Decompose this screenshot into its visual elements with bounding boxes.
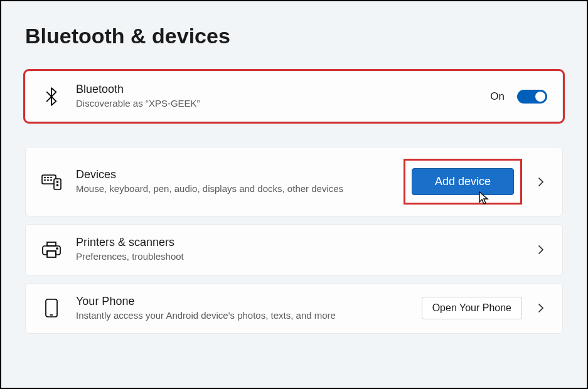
bluetooth-icon bbox=[41, 87, 62, 106]
cursor-icon bbox=[479, 191, 490, 208]
bluetooth-status-text: On bbox=[490, 90, 505, 103]
bluetooth-title: Bluetooth bbox=[76, 83, 476, 96]
devices-icon bbox=[41, 174, 62, 190]
open-your-phone-button[interactable]: Open Your Phone bbox=[422, 297, 522, 319]
your-phone-subtitle: Instantly access your Android device's p… bbox=[76, 309, 377, 322]
phone-icon bbox=[41, 298, 62, 318]
printers-card[interactable]: Printers & scanners Preferences, trouble… bbox=[25, 224, 563, 275]
add-device-button[interactable]: Add device bbox=[412, 168, 514, 195]
printers-subtitle: Preferences, troubleshoot bbox=[76, 250, 377, 263]
devices-title: Devices bbox=[76, 168, 390, 181]
svg-point-8 bbox=[57, 181, 58, 183]
devices-card[interactable]: Devices Mouse, keyboard, pen, audio, dis… bbox=[25, 147, 563, 216]
svg-rect-10 bbox=[47, 242, 56, 246]
svg-point-9 bbox=[57, 184, 58, 186]
printers-title: Printers & scanners bbox=[76, 236, 521, 249]
printer-icon bbox=[41, 241, 62, 258]
chevron-right-icon[interactable] bbox=[535, 176, 547, 188]
svg-rect-13 bbox=[46, 299, 57, 317]
chevron-right-icon[interactable] bbox=[535, 302, 547, 314]
svg-rect-11 bbox=[47, 251, 56, 257]
bluetooth-toggle[interactable] bbox=[517, 90, 547, 104]
chevron-right-icon[interactable] bbox=[535, 243, 547, 256]
bluetooth-subtitle: Discoverable as “XPS-GEEK” bbox=[76, 97, 377, 110]
your-phone-card[interactable]: Your Phone Instantly access your Android… bbox=[25, 283, 563, 334]
page-title: Bluetooth & devices bbox=[25, 24, 563, 48]
add-device-highlight: Add device bbox=[404, 159, 522, 205]
bluetooth-card[interactable]: Bluetooth Discoverable as “XPS-GEEK” On bbox=[25, 71, 563, 122]
devices-subtitle: Mouse, keyboard, pen, audio, displays an… bbox=[76, 183, 377, 195]
your-phone-title: Your Phone bbox=[76, 295, 408, 308]
svg-point-12 bbox=[56, 248, 58, 249]
